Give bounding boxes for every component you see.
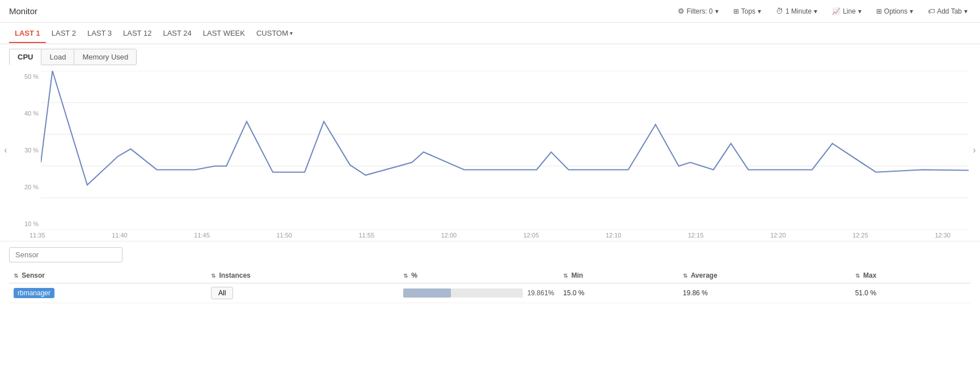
add-tab-button[interactable]: 🏷 Add Tab ▾ [924,6,971,17]
col-percent[interactable]: ⇅ % [399,268,559,283]
clock-icon: ⏱ [776,7,783,15]
x-label-1225: 12:25 [852,232,868,239]
y-label-30: 30 % [11,147,39,154]
sort-icon: ⇅ [403,273,408,279]
y-label-50: 50 % [11,73,39,80]
line-button[interactable]: 📈 Line ▾ [829,6,865,17]
tab-cpu[interactable]: CPU [9,49,41,65]
sort-icon: ⇅ [211,273,216,279]
table-row: rbmanager All 19.861% 15.0 % 19.86 % 51.… [9,283,971,303]
sensor-search [9,247,971,262]
cell-average: 19.86 % [678,283,851,303]
chart-prev-button[interactable]: ‹ [0,71,11,230]
chevron-down-icon: ▾ [858,7,861,15]
col-average[interactable]: ⇅ Average [678,268,851,283]
header: Monitor ⚙ Filters: 0 ▾ ⊞ Tops ▾ ⏱ 1 Minu… [0,0,980,23]
grid-icon: ⊞ [876,7,882,15]
cell-min: 15.0 % [559,283,678,303]
x-label-1155: 11:55 [359,232,375,239]
chart-svg [41,71,969,230]
chevron-down-icon: ▾ [715,7,719,15]
x-label-1205: 12:05 [523,232,539,239]
col-sensor[interactable]: ⇅ Sensor [9,268,206,283]
chevron-down-icon: ▾ [758,7,761,15]
x-label-1200: 12:00 [441,232,457,239]
y-axis: 50 % 40 % 30 % 20 % 10 % [11,71,40,230]
x-axis: 11:35 11:40 11:45 11:50 11:55 12:00 12:0… [0,230,980,241]
tab-last2[interactable]: LAST 2 [46,24,82,43]
chevron-down-icon: ▾ [910,7,913,15]
instances-all-button[interactable]: All [211,287,233,299]
x-label-1150: 11:50 [276,232,292,239]
tab-last1[interactable]: LAST 1 [9,24,46,43]
x-label-1145: 11:45 [194,232,210,239]
sort-icon: ⇅ [563,273,568,279]
tag-icon: 🏷 [928,7,935,15]
chevron-down-icon: ▾ [814,7,817,15]
chart-plot [41,71,969,230]
app-title: Monitor [9,6,37,16]
tab-last3[interactable]: LAST 3 [82,24,117,43]
metric-tabs: CPU Load Memory Used [0,44,980,65]
chevron-down-icon: ▾ [290,30,293,36]
cell-max: 51.0 % [851,283,971,303]
x-label-1215: 12:15 [688,232,704,239]
progress-bar-wrap: 19.861% [403,288,554,298]
chart-icon: 📈 [832,7,840,15]
tab-memory[interactable]: Memory Used [74,49,137,65]
table-body: rbmanager All 19.861% 15.0 % 19.86 % 51.… [9,283,971,303]
x-label-1135: 11:35 [29,232,45,239]
x-label-1220: 12:20 [770,232,786,239]
x-label-1210: 12:10 [606,232,622,239]
sort-icon: ⇅ [683,273,687,279]
tab-custom[interactable]: CUSTOM ▾ [251,24,298,43]
tab-lastweek[interactable]: LAST WEEK [197,24,251,43]
x-label-1230: 12:30 [935,232,951,239]
table-header: ⇅ Sensor ⇅ Instances ⇅ % ⇅ Min ⇅ Avera [9,268,971,283]
cell-instances: All [206,283,399,303]
y-label-10: 10 % [11,220,39,227]
tab-last12[interactable]: LAST 12 [117,24,157,43]
chart-area: 50 % 40 % 30 % 20 % 10 % [11,71,969,230]
sensor-section: ⇅ Sensor ⇅ Instances ⇅ % ⇅ Min ⇅ Avera [0,241,980,309]
filter-icon: ⚙ [678,7,685,15]
sort-icon: ⇅ [14,273,18,279]
chevron-down-icon: ▾ [964,7,968,15]
y-label-40: 40 % [11,110,39,117]
sensor-table: ⇅ Sensor ⇅ Instances ⇅ % ⇅ Min ⇅ Avera [9,268,971,303]
col-max[interactable]: ⇅ Max [851,268,971,283]
sensor-badge[interactable]: rbmanager [14,288,54,298]
x-label-1140: 11:40 [112,232,128,239]
tops-icon: ⊞ [733,7,739,15]
filters-button[interactable]: ⚙ Filters: 0 ▾ [674,5,722,17]
progress-bar-fill [403,288,451,298]
tab-load[interactable]: Load [41,49,74,65]
cell-sensor: rbmanager [9,283,206,303]
chart-container: ‹ 50 % 40 % 30 % 20 % 10 % [0,65,980,241]
y-label-20: 20 % [11,184,39,190]
options-button[interactable]: ⊞ Options ▾ [873,6,916,17]
progress-pct-label: 19.861% [527,289,554,297]
tops-button[interactable]: ⊞ Tops ▾ [730,6,764,17]
minute-button[interactable]: ⏱ 1 Minute ▾ [772,5,821,17]
cell-percent: 19.861% [399,283,559,303]
sensor-search-input[interactable] [9,247,122,262]
tab-last24[interactable]: LAST 24 [157,24,197,43]
sort-icon: ⇅ [855,273,860,279]
time-tabs: LAST 1 LAST 2 LAST 3 LAST 12 LAST 24 LAS… [0,23,980,44]
progress-bar-bg [403,288,523,298]
chart-next-button[interactable]: › [969,71,980,230]
col-instances[interactable]: ⇅ Instances [206,268,399,283]
col-min[interactable]: ⇅ Min [559,268,678,283]
header-controls: ⚙ Filters: 0 ▾ ⊞ Tops ▾ ⏱ 1 Minute ▾ 📈 L… [674,5,971,17]
